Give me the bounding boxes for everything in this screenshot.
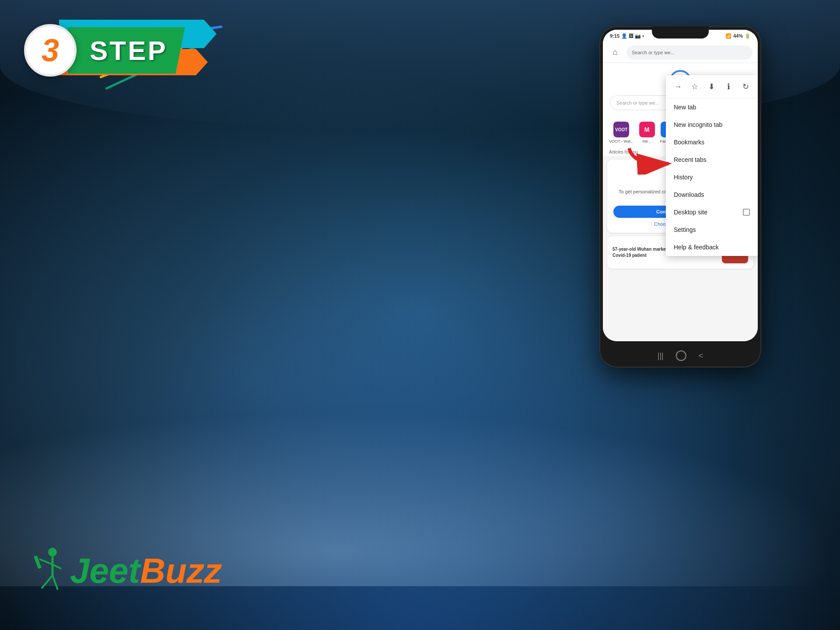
settings-label: Settings bbox=[674, 226, 696, 233]
home-button[interactable]: ⌂ bbox=[608, 46, 622, 60]
desktop-site-checkbox[interactable] bbox=[743, 209, 750, 216]
shortcut-me[interactable]: M Me... bbox=[639, 122, 655, 144]
menu-downloads[interactable]: Downloads bbox=[666, 186, 758, 203]
menu-toolbar: → ☆ ⬇ ℹ ↻ bbox=[666, 75, 758, 98]
help-label: Help & feedback bbox=[674, 244, 719, 251]
browser-bar[interactable]: ⌂ Search or type we... bbox=[603, 42, 758, 63]
logo-text: JeetBuzz bbox=[70, 551, 222, 591]
cricket-player-icon bbox=[26, 547, 66, 595]
battery-icon: 🔋 bbox=[745, 33, 751, 39]
me-label: Me... bbox=[643, 139, 651, 144]
desktop-site-label: Desktop site bbox=[674, 209, 707, 216]
menu-desktop-site[interactable]: Desktop site bbox=[666, 203, 758, 221]
phone-screen: 9:15 👤 🖼 📷 • 📶 44% 🔋 ⌂ Search or type we… bbox=[603, 30, 758, 341]
menu-bookmarks[interactable]: Bookmarks bbox=[666, 133, 758, 151]
step-number: 3 bbox=[24, 24, 77, 77]
forward-button[interactable]: → bbox=[671, 80, 685, 94]
svg-point-0 bbox=[48, 548, 57, 556]
step-label: STEP bbox=[68, 27, 185, 74]
voot-label: VOOT - Wat... bbox=[609, 139, 634, 144]
nav-buttons: ||| < bbox=[658, 350, 704, 361]
battery-text: 44% bbox=[733, 33, 743, 38]
history-label: History bbox=[674, 174, 693, 181]
svg-rect-6 bbox=[34, 556, 42, 569]
svg-line-5 bbox=[52, 575, 58, 590]
svg-line-3 bbox=[52, 564, 61, 569]
svg-line-2 bbox=[39, 559, 52, 564]
nav-recent[interactable]: ||| bbox=[658, 351, 664, 360]
info-button[interactable]: ℹ bbox=[722, 80, 736, 94]
me-icon: M bbox=[639, 122, 655, 137]
url-bar[interactable]: Search or type we... bbox=[626, 46, 752, 60]
nav-back[interactable]: < bbox=[699, 351, 704, 360]
refresh-button[interactable]: ↻ bbox=[739, 80, 753, 94]
nav-home[interactable] bbox=[676, 350, 686, 361]
download-button[interactable]: ⬇ bbox=[705, 80, 719, 94]
downloads-label: Downloads bbox=[674, 191, 704, 198]
phone-notch bbox=[652, 26, 709, 38]
url-text: Search or type we... bbox=[632, 50, 675, 55]
voot-icon: VOOT bbox=[613, 122, 629, 137]
menu-new-tab[interactable]: New tab bbox=[666, 98, 758, 116]
menu-incognito[interactable]: New incognito tab bbox=[666, 116, 758, 133]
phone-body: 9:15 👤 🖼 📷 • 📶 44% 🔋 ⌂ Search or type we… bbox=[599, 26, 761, 368]
bookmarks-label: Bookmarks bbox=[674, 139, 704, 146]
jeetbuzz-logo: JeetBuzz bbox=[26, 547, 222, 595]
bookmark-button[interactable]: ☆ bbox=[688, 80, 702, 94]
incognito-label: New incognito tab bbox=[674, 121, 722, 128]
chrome-context-menu: → ☆ ⬇ ℹ ↻ New tab New incognito tab Bo bbox=[666, 75, 758, 256]
status-right: 📶 44% 🔋 bbox=[725, 33, 751, 39]
wifi-icon: 📶 bbox=[725, 33, 732, 39]
step-badge: 3 STEP bbox=[24, 24, 185, 77]
chrome-content: G Search or type we... VOOT VOOT - Wat..… bbox=[603, 63, 758, 341]
status-time: 9:15 bbox=[610, 33, 620, 38]
new-tab-label: New tab bbox=[674, 104, 696, 111]
status-left: 9:15 👤 🖼 📷 • bbox=[610, 33, 644, 39]
menu-help[interactable]: Help & feedback bbox=[666, 238, 758, 256]
search-placeholder: Search or type we... bbox=[616, 100, 659, 105]
phone: 9:15 👤 🖼 📷 • 📶 44% 🔋 ⌂ Search or type we… bbox=[599, 26, 761, 368]
status-icons: 👤 🖼 📷 • bbox=[621, 33, 644, 39]
svg-line-4 bbox=[42, 575, 52, 588]
menu-history[interactable]: History bbox=[666, 168, 758, 186]
shortcut-voot[interactable]: VOOT VOOT - Wat... bbox=[609, 122, 634, 144]
menu-recent-tabs[interactable]: Recent tabs bbox=[666, 151, 758, 168]
recent-tabs-label: Recent tabs bbox=[674, 156, 707, 163]
menu-settings[interactable]: Settings bbox=[666, 221, 758, 238]
